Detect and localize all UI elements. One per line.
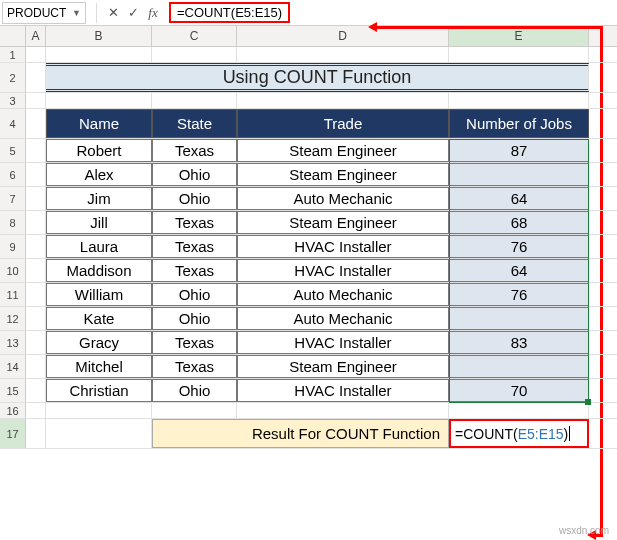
cell[interactable] — [26, 211, 46, 234]
cell[interactable] — [46, 47, 152, 62]
cell[interactable] — [449, 93, 589, 108]
cell-trade[interactable]: Auto Mechanic — [237, 283, 449, 306]
cell-state[interactable]: Texas — [152, 355, 237, 378]
cancel-icon[interactable]: ✕ — [103, 3, 123, 23]
cell[interactable] — [26, 63, 46, 92]
cell[interactable] — [26, 307, 46, 330]
cell[interactable] — [26, 235, 46, 258]
cell-jobs[interactable]: 64 — [449, 187, 589, 210]
cell[interactable] — [26, 109, 46, 138]
cell-jobs[interactable]: 64 — [449, 259, 589, 282]
row-header[interactable]: 1 — [0, 47, 26, 62]
row-header[interactable]: 15 — [0, 379, 26, 402]
col-header-E[interactable]: E — [449, 26, 589, 46]
cell[interactable] — [26, 403, 46, 418]
cell[interactable] — [237, 47, 449, 62]
formula-input[interactable]: =COUNT(E5:E15) — [169, 2, 290, 23]
cell[interactable] — [46, 403, 152, 418]
name-box[interactable]: PRODUCT ▼ — [2, 2, 86, 24]
table-header-name[interactable]: Name — [46, 109, 152, 138]
cell[interactable] — [237, 93, 449, 108]
row-header[interactable]: 16 — [0, 403, 26, 418]
col-header-A[interactable]: A — [26, 26, 46, 46]
row-header[interactable]: 5 — [0, 139, 26, 162]
cell-name[interactable]: Laura — [46, 235, 152, 258]
cell-trade[interactable]: Steam Engineer — [237, 355, 449, 378]
col-header-C[interactable]: C — [152, 26, 237, 46]
row-header[interactable]: 12 — [0, 307, 26, 330]
cell-state[interactable]: Ohio — [152, 307, 237, 330]
table-header-state[interactable]: State — [152, 109, 237, 138]
cell-state[interactable]: Texas — [152, 139, 237, 162]
row-header[interactable]: 14 — [0, 355, 26, 378]
cell[interactable] — [26, 163, 46, 186]
cell[interactable] — [46, 419, 152, 448]
result-label[interactable]: Result For COUNT Function — [152, 419, 449, 448]
row-header[interactable]: 11 — [0, 283, 26, 306]
cell-jobs[interactable]: 70 — [449, 379, 589, 402]
cell[interactable] — [26, 47, 46, 62]
cell-name[interactable]: Kate — [46, 307, 152, 330]
cell-name[interactable]: Mitchel — [46, 355, 152, 378]
page-title[interactable]: Using COUNT Function — [46, 63, 589, 92]
cell[interactable] — [26, 187, 46, 210]
cell[interactable] — [152, 93, 237, 108]
cell-jobs[interactable]: 76 — [449, 235, 589, 258]
cell-name[interactable]: Robert — [46, 139, 152, 162]
row-header[interactable]: 7 — [0, 187, 26, 210]
fx-icon[interactable]: fx — [143, 3, 163, 23]
cell[interactable] — [26, 93, 46, 108]
table-header-jobs[interactable]: Number of Jobs — [449, 109, 589, 138]
cell-trade[interactable]: Steam Engineer — [237, 211, 449, 234]
cell-state[interactable]: Ohio — [152, 187, 237, 210]
cell-state[interactable]: Texas — [152, 331, 237, 354]
cell-state[interactable]: Ohio — [152, 283, 237, 306]
cell-state[interactable]: Texas — [152, 235, 237, 258]
cell-name[interactable]: Gracy — [46, 331, 152, 354]
row-header[interactable]: 6 — [0, 163, 26, 186]
cell-jobs[interactable]: 76 — [449, 283, 589, 306]
row-header[interactable]: 17 — [0, 419, 26, 448]
cell[interactable] — [26, 139, 46, 162]
cell-trade[interactable]: HVAC Installer — [237, 235, 449, 258]
col-header-B[interactable]: B — [46, 26, 152, 46]
row-header[interactable]: 10 — [0, 259, 26, 282]
enter-icon[interactable]: ✓ — [123, 3, 143, 23]
cell-state[interactable]: Texas — [152, 259, 237, 282]
cell[interactable] — [26, 331, 46, 354]
table-header-trade[interactable]: Trade — [237, 109, 449, 138]
cell[interactable] — [26, 283, 46, 306]
cell[interactable] — [26, 419, 46, 448]
cell-name[interactable]: Maddison — [46, 259, 152, 282]
row-header[interactable]: 3 — [0, 93, 26, 108]
cell-trade[interactable]: Steam Engineer — [237, 163, 449, 186]
cell-name[interactable]: Christian — [46, 379, 152, 402]
cell-jobs[interactable]: 87 — [449, 139, 589, 162]
cell[interactable] — [152, 403, 237, 418]
cell-trade[interactable]: HVAC Installer — [237, 259, 449, 282]
cell-name[interactable]: Jill — [46, 211, 152, 234]
cell[interactable] — [237, 403, 449, 418]
cell-jobs[interactable]: 68 — [449, 211, 589, 234]
cell[interactable] — [449, 47, 589, 62]
cell-jobs[interactable] — [449, 163, 589, 186]
row-header[interactable]: 8 — [0, 211, 26, 234]
cell-name[interactable]: Jim — [46, 187, 152, 210]
chevron-down-icon[interactable]: ▼ — [72, 8, 81, 18]
col-header-D[interactable]: D — [237, 26, 449, 46]
row-header[interactable]: 9 — [0, 235, 26, 258]
select-all-corner[interactable] — [0, 26, 26, 46]
cell-state[interactable]: Ohio — [152, 379, 237, 402]
cell-trade[interactable]: Auto Mechanic — [237, 307, 449, 330]
cell[interactable] — [26, 355, 46, 378]
cell-state[interactable]: Ohio — [152, 163, 237, 186]
row-header[interactable]: 2 — [0, 63, 26, 92]
cell[interactable] — [26, 259, 46, 282]
cell-trade[interactable]: HVAC Installer — [237, 331, 449, 354]
cell-name[interactable]: Alex — [46, 163, 152, 186]
cell-jobs[interactable]: 83 — [449, 331, 589, 354]
cell[interactable] — [26, 379, 46, 402]
cell-trade[interactable]: Auto Mechanic — [237, 187, 449, 210]
cell-trade[interactable]: Steam Engineer — [237, 139, 449, 162]
cell-jobs[interactable] — [449, 355, 589, 378]
